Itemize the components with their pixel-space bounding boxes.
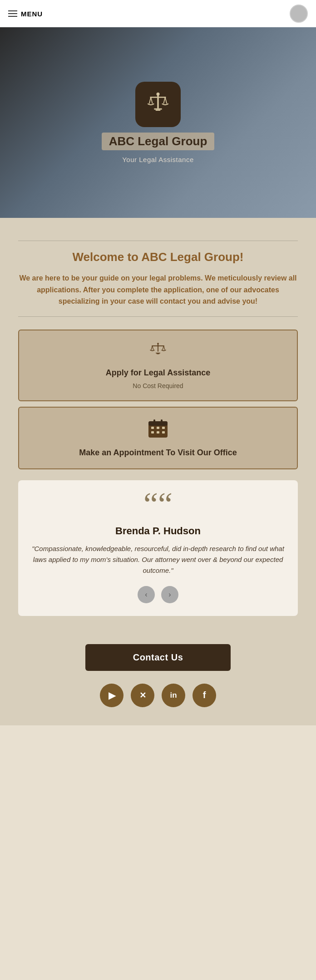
svg-rect-27 — [161, 419, 163, 423]
svg-line-12 — [151, 346, 153, 350]
linkedin-button[interactable]: in — [162, 684, 185, 707]
svg-line-15 — [164, 346, 165, 350]
x-icon: ✕ — [139, 690, 146, 700]
svg-rect-23 — [151, 431, 154, 433]
contact-section: Contact Us ▶ ✕ in f — [0, 630, 316, 725]
linkedin-icon: in — [170, 691, 177, 700]
menu-label: MENU — [21, 10, 43, 18]
next-testimonial-button[interactable]: › — [161, 586, 178, 603]
top-navigation: MENU — [0, 0, 316, 27]
svg-line-3 — [149, 97, 151, 103]
svg-rect-26 — [153, 419, 155, 423]
main-content: Welcome to ABC Legal Group! We are here … — [0, 218, 316, 630]
top-divider — [18, 241, 298, 241]
testimonial-quote: "Compassionate, knowledgeable, resourcef… — [31, 543, 285, 576]
social-icons-group: ▶ ✕ in f — [100, 684, 216, 707]
svg-rect-25 — [162, 431, 165, 433]
svg-rect-10 — [158, 344, 158, 352]
svg-rect-1 — [157, 94, 159, 108]
logo-icon — [135, 82, 181, 127]
svg-line-4 — [151, 97, 153, 103]
testimonial-nav: ‹ › — [138, 586, 178, 603]
hamburger-icon — [8, 10, 17, 17]
svg-rect-7 — [154, 108, 162, 110]
apply-card-title: Apply for Legal Assistance — [106, 368, 210, 378]
svg-rect-22 — [162, 427, 165, 429]
svg-rect-20 — [151, 427, 154, 429]
svg-rect-8 — [156, 109, 161, 111]
cards-section: Apply for Legal Assistance No Cost Requi… — [18, 330, 298, 469]
appointment-card[interactable]: Make an Appointment To Visit Our Office — [18, 407, 298, 469]
appointment-card-title: Make an Appointment To Visit Our Office — [79, 448, 237, 458]
hero-section: ABC Legal Group Your Legal Assistance — [0, 27, 316, 218]
calendar-icon — [148, 419, 168, 443]
hero-subtitle: Your Legal Assistance — [122, 156, 194, 163]
svg-line-5 — [163, 97, 165, 103]
apply-card[interactable]: Apply for Legal Assistance No Cost Requi… — [18, 330, 298, 401]
svg-line-14 — [163, 346, 164, 350]
welcome-title: Welcome to ABC Legal Group! — [18, 250, 298, 264]
hero-title: ABC Legal Group — [102, 133, 215, 150]
svg-rect-19 — [148, 421, 168, 426]
svg-rect-16 — [156, 353, 160, 354]
facebook-button[interactable]: f — [193, 684, 216, 707]
testimonial-name: Brenda P. Hudson — [115, 525, 201, 537]
svg-line-13 — [153, 346, 154, 350]
svg-rect-17 — [157, 353, 159, 354]
x-twitter-button[interactable]: ✕ — [131, 684, 154, 707]
avatar[interactable] — [290, 5, 308, 23]
testimonial-card: ““ Brenda P. Hudson "Compassionate, know… — [18, 480, 298, 616]
facebook-icon: f — [203, 690, 206, 700]
svg-line-6 — [165, 97, 167, 103]
prev-testimonial-button[interactable]: ‹ — [138, 586, 155, 603]
quote-marks-icon: ““ — [143, 495, 173, 514]
youtube-button[interactable]: ▶ — [100, 684, 123, 707]
apply-card-subtitle: No Cost Required — [133, 382, 183, 389]
youtube-icon: ▶ — [109, 690, 115, 701]
middle-divider — [18, 316, 298, 317]
menu-button[interactable]: MENU — [8, 10, 43, 18]
svg-rect-24 — [157, 431, 159, 433]
contact-us-button[interactable]: Contact Us — [85, 644, 231, 671]
welcome-body: We are here to be your guide on your leg… — [18, 272, 298, 307]
scales-icon — [147, 341, 169, 364]
svg-rect-21 — [157, 427, 159, 429]
